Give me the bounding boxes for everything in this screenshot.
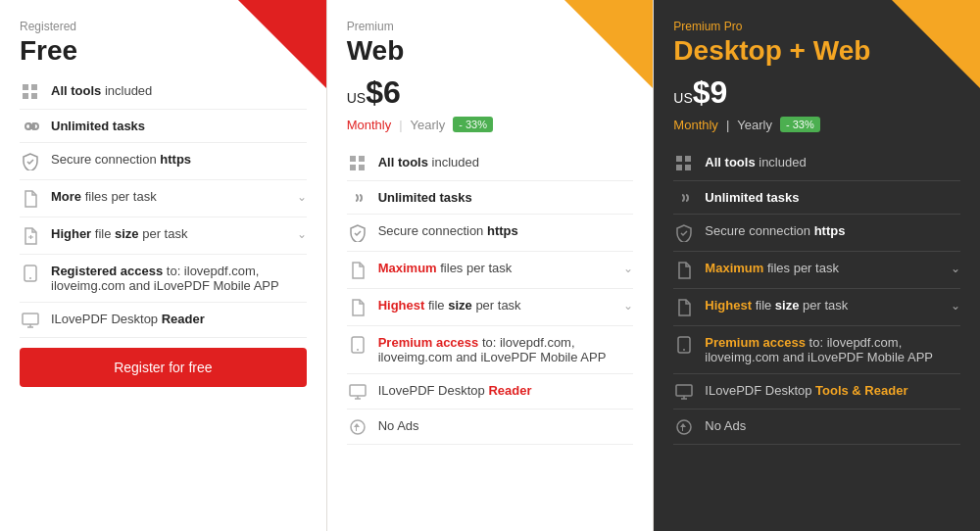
feature-no-ads: No Ads [673, 410, 960, 445]
currency: US [347, 90, 366, 106]
feature-text: Maximum files per task [378, 261, 614, 275]
corner-decoration-pro [892, 0, 980, 88]
svg-rect-9 [676, 385, 692, 396]
features-list-free: All tools included Unlimited tasks Secur… [20, 74, 307, 338]
svg-rect-2 [23, 314, 38, 324]
feature-all-tools: All tools included [347, 146, 634, 181]
feature-text: ILovePDF Desktop Tools & Reader [705, 383, 960, 398]
feature-filesize: Higher file size per task ⌄ [20, 217, 307, 255]
chevron-icon: ⌄ [297, 190, 307, 204]
corner-decoration-web [564, 0, 653, 88]
feature-text: Unlimited tasks [705, 190, 960, 205]
register-button[interactable]: Register for free [20, 348, 307, 387]
plan-free: Registered Free All tools included Unlim… [0, 0, 327, 531]
chevron-icon: ⌄ [951, 262, 960, 275]
plan-web: Premium Web US$6 Monthly | Yearly - 33% … [327, 0, 655, 531]
monthly-label[interactable]: Monthly [673, 118, 718, 132]
feature-unlimited-tasks: Unlimited tasks [347, 181, 634, 215]
discount-badge: - 33% [780, 117, 820, 132]
feature-text: Unlimited tasks [51, 119, 307, 133]
feature-text: Highest file size per task [705, 298, 941, 313]
discount-badge: - 33% [453, 117, 493, 132]
feature-text: Premium access to: ilovepdf.com, iloveim… [705, 335, 960, 364]
amount: $9 [693, 74, 728, 110]
feature-unlimited-tasks: Unlimited tasks [673, 181, 960, 215]
infinity-icon [347, 191, 368, 205]
plans-container: Registered Free All tools included Unlim… [0, 0, 980, 531]
feature-text: No Ads [378, 418, 634, 433]
chevron-icon: ⌄ [623, 262, 633, 275]
monitor-icon [673, 384, 695, 400]
svg-rect-5 [350, 385, 366, 396]
feature-https: Secure connection https [347, 215, 634, 252]
grid-icon [20, 84, 41, 100]
file-icon [673, 262, 695, 279]
feature-files: Maximum files per task ⌄ [673, 252, 960, 289]
feature-text: Maximum files per task [705, 261, 941, 275]
feature-https: Secure connection https [673, 215, 960, 252]
chevron-icon: ⌄ [623, 299, 633, 313]
grid-icon [347, 156, 368, 171]
feature-desktop: ILovePDF Desktop Tools & Reader [673, 374, 960, 410]
feature-files: More files per task ⌄ [20, 180, 307, 217]
feature-text: All tools included [705, 155, 960, 169]
shield-icon [20, 153, 41, 170]
monthly-label[interactable]: Monthly [347, 118, 392, 132]
chevron-icon: ⌄ [951, 299, 960, 313]
feature-access: Premium access to: ilovepdf.com, iloveim… [347, 326, 634, 374]
feature-files: Maximum files per task ⌄ [347, 252, 634, 289]
feature-text: Secure connection https [705, 223, 960, 238]
svg-point-4 [357, 349, 359, 351]
phone-icon [347, 336, 368, 354]
filesize-icon [20, 227, 41, 245]
filesize-icon [673, 299, 695, 316]
separator: | [399, 118, 402, 132]
feature-filesize: Highest file size per task ⌄ [347, 289, 634, 326]
feature-text: Secure connection https [51, 152, 307, 167]
yearly-label[interactable]: Yearly [737, 118, 772, 132]
feature-desktop: ILovePDF Desktop Reader [20, 303, 307, 338]
feature-text: ILovePDF Desktop Reader [51, 312, 307, 326]
separator: | [726, 118, 729, 132]
svg-point-1 [29, 277, 31, 279]
svg-point-8 [683, 349, 685, 351]
feature-text: Secure connection https [378, 223, 634, 238]
monitor-icon [347, 384, 368, 400]
billing-row-web: Monthly | Yearly - 33% [347, 117, 634, 132]
file-icon [347, 262, 368, 279]
monitor-icon [20, 313, 41, 328]
noads-icon [673, 419, 695, 435]
filesize-icon [347, 299, 368, 316]
plan-desktop-web: Premium Pro Desktop + Web US$9 Monthly |… [654, 0, 980, 531]
currency: US [673, 90, 692, 106]
feature-access: Registered access to: ilovepdf.com, ilov… [20, 255, 307, 303]
yearly-label[interactable]: Yearly [411, 118, 446, 132]
feature-filesize: Highest file size per task ⌄ [673, 289, 960, 326]
feature-text: Premium access to: ilovepdf.com, iloveim… [378, 335, 634, 364]
billing-row-pro: Monthly | Yearly - 33% [673, 117, 960, 132]
features-list-pro: All tools included Unlimited tasks Secur… [673, 146, 960, 445]
feature-no-ads: No Ads [347, 410, 634, 445]
feature-text: Unlimited tasks [378, 190, 634, 205]
shield-icon [673, 224, 695, 242]
noads-icon [347, 419, 368, 435]
feature-text: No Ads [705, 418, 960, 433]
feature-access: Premium access to: ilovepdf.com, iloveim… [673, 326, 960, 374]
amount: $6 [366, 74, 401, 110]
features-list-web: All tools included Unlimited tasks Secur… [347, 146, 634, 445]
corner-decoration-free [238, 0, 326, 88]
feature-text: ILovePDF Desktop Reader [378, 383, 634, 398]
chevron-icon: ⌄ [297, 227, 307, 241]
feature-text: More files per task [51, 189, 287, 204]
grid-icon [673, 156, 695, 171]
phone-icon [20, 265, 41, 282]
feature-unlimited-tasks: Unlimited tasks [20, 110, 307, 143]
feature-all-tools: All tools included [673, 146, 960, 181]
feature-https: Secure connection https [20, 143, 307, 180]
file-icon [20, 190, 41, 208]
shield-icon [347, 224, 368, 242]
phone-icon [673, 336, 695, 354]
feature-text: Higher file size per task [51, 226, 287, 241]
feature-text: Highest file size per task [378, 298, 614, 313]
feature-desktop: ILovePDF Desktop Reader [347, 374, 634, 410]
